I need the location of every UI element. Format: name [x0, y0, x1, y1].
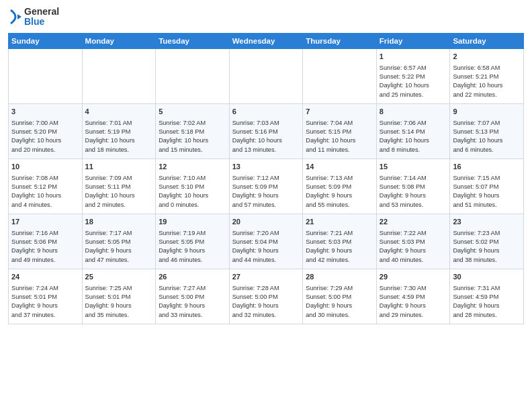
day-cell: 21Sunrise: 7:21 AM Sunset: 5:03 PM Dayli…	[303, 214, 377, 269]
svg-marker-0	[17, 14, 21, 19]
day-info: Sunrise: 7:02 AM Sunset: 5:18 PM Dayligh…	[159, 119, 226, 154]
day-cell: 27Sunrise: 7:28 AM Sunset: 5:00 PM Dayli…	[229, 269, 303, 324]
day-info: Sunrise: 7:22 AM Sunset: 5:03 PM Dayligh…	[380, 229, 447, 265]
day-number: 16	[453, 162, 521, 173]
day-number: 5	[159, 107, 226, 118]
day-number: 9	[453, 107, 521, 118]
header-tuesday: Tuesday	[156, 33, 230, 48]
day-info: Sunrise: 7:08 AM Sunset: 5:12 PM Dayligh…	[11, 174, 79, 210]
day-info: Sunrise: 7:31 AM Sunset: 4:59 PM Dayligh…	[453, 284, 521, 320]
calendar-container: GeneralBlue SundayMondayTuesdayWednesday…	[0, 0, 532, 330]
calendar-table: SundayMondayTuesdayWednesdayThursdayFrid…	[8, 33, 524, 324]
day-cell: 28Sunrise: 7:29 AM Sunset: 5:00 PM Dayli…	[303, 269, 377, 324]
day-number: 21	[306, 217, 373, 228]
day-cell: 18Sunrise: 7:17 AM Sunset: 5:05 PM Dayli…	[82, 214, 156, 269]
day-cell: 7Sunrise: 7:04 AM Sunset: 5:15 PM Daylig…	[303, 103, 377, 158]
day-number: 22	[380, 217, 447, 228]
day-number: 4	[85, 107, 153, 118]
day-info: Sunrise: 7:19 AM Sunset: 5:05 PM Dayligh…	[159, 229, 226, 265]
day-cell: 15Sunrise: 7:14 AM Sunset: 5:08 PM Dayli…	[376, 158, 450, 214]
day-cell	[156, 48, 230, 103]
week-row-1: 1Sunrise: 6:57 AM Sunset: 5:22 PM Daylig…	[9, 48, 524, 103]
day-cell: 26Sunrise: 7:27 AM Sunset: 5:00 PM Dayli…	[156, 269, 230, 324]
day-cell	[303, 48, 377, 103]
day-info: Sunrise: 6:57 AM Sunset: 5:22 PM Dayligh…	[380, 64, 447, 99]
day-cell: 24Sunrise: 7:24 AM Sunset: 5:01 PM Dayli…	[9, 269, 83, 324]
day-info: Sunrise: 7:09 AM Sunset: 5:11 PM Dayligh…	[85, 174, 153, 210]
header-wednesday: Wednesday	[229, 33, 303, 48]
day-info: Sunrise: 7:01 AM Sunset: 5:19 PM Dayligh…	[85, 119, 153, 154]
day-number: 12	[159, 162, 226, 173]
day-cell: 17Sunrise: 7:16 AM Sunset: 5:06 PM Dayli…	[9, 214, 83, 269]
day-cell: 30Sunrise: 7:31 AM Sunset: 4:59 PM Dayli…	[450, 269, 524, 324]
day-info: Sunrise: 7:10 AM Sunset: 5:10 PM Dayligh…	[159, 174, 226, 210]
day-cell: 8Sunrise: 7:06 AM Sunset: 5:14 PM Daylig…	[376, 103, 450, 158]
day-info: Sunrise: 7:04 AM Sunset: 5:15 PM Dayligh…	[306, 119, 373, 154]
day-info: Sunrise: 7:24 AM Sunset: 5:01 PM Dayligh…	[11, 284, 79, 320]
day-cell: 2Sunrise: 6:58 AM Sunset: 5:21 PM Daylig…	[450, 48, 524, 103]
day-number: 26	[159, 272, 226, 283]
day-cell: 14Sunrise: 7:13 AM Sunset: 5:09 PM Dayli…	[303, 158, 377, 214]
day-number: 20	[232, 217, 300, 228]
header-sunday: Sunday	[9, 33, 83, 48]
day-number: 28	[306, 272, 373, 283]
day-number: 24	[11, 272, 79, 283]
week-row-5: 24Sunrise: 7:24 AM Sunset: 5:01 PM Dayli…	[9, 269, 524, 324]
day-cell: 23Sunrise: 7:23 AM Sunset: 5:02 PM Dayli…	[450, 214, 524, 269]
day-info: Sunrise: 7:30 AM Sunset: 4:59 PM Dayligh…	[380, 284, 447, 320]
day-number: 2	[453, 52, 521, 62]
day-info: Sunrise: 7:14 AM Sunset: 5:08 PM Dayligh…	[380, 174, 447, 210]
day-cell: 10Sunrise: 7:08 AM Sunset: 5:12 PM Dayli…	[9, 158, 83, 214]
day-info: Sunrise: 7:03 AM Sunset: 5:16 PM Dayligh…	[232, 119, 300, 154]
day-cell	[82, 48, 156, 103]
day-number: 13	[232, 162, 300, 173]
day-cell: 29Sunrise: 7:30 AM Sunset: 4:59 PM Dayli…	[376, 269, 450, 324]
day-cell	[9, 48, 83, 103]
day-number: 6	[232, 107, 300, 118]
day-number: 23	[453, 217, 521, 228]
week-row-3: 10Sunrise: 7:08 AM Sunset: 5:12 PM Dayli…	[9, 158, 524, 214]
day-number: 29	[380, 272, 447, 283]
header: GeneralBlue	[8, 7, 524, 28]
week-row-2: 3Sunrise: 7:00 AM Sunset: 5:20 PM Daylig…	[9, 103, 524, 158]
day-info: Sunrise: 7:23 AM Sunset: 5:02 PM Dayligh…	[453, 229, 521, 265]
day-info: Sunrise: 7:12 AM Sunset: 5:09 PM Dayligh…	[232, 174, 300, 210]
header-thursday: Thursday	[303, 33, 377, 48]
day-info: Sunrise: 7:29 AM Sunset: 5:00 PM Dayligh…	[306, 284, 373, 320]
header-friday: Friday	[376, 33, 450, 48]
calendar-header-row: SundayMondayTuesdayWednesdayThursdayFrid…	[9, 33, 524, 48]
day-cell: 9Sunrise: 7:07 AM Sunset: 5:13 PM Daylig…	[450, 103, 524, 158]
day-cell: 25Sunrise: 7:25 AM Sunset: 5:01 PM Dayli…	[82, 269, 156, 324]
day-cell: 20Sunrise: 7:20 AM Sunset: 5:04 PM Dayli…	[229, 214, 303, 269]
day-info: Sunrise: 7:16 AM Sunset: 5:06 PM Dayligh…	[11, 229, 79, 265]
day-cell: 12Sunrise: 7:10 AM Sunset: 5:10 PM Dayli…	[156, 158, 230, 214]
day-cell: 16Sunrise: 7:15 AM Sunset: 5:07 PM Dayli…	[450, 158, 524, 214]
day-number: 11	[85, 162, 153, 173]
day-number: 10	[11, 162, 79, 173]
day-cell: 22Sunrise: 7:22 AM Sunset: 5:03 PM Dayli…	[376, 214, 450, 269]
day-info: Sunrise: 7:17 AM Sunset: 5:05 PM Dayligh…	[85, 229, 153, 265]
day-cell: 5Sunrise: 7:02 AM Sunset: 5:18 PM Daylig…	[156, 103, 230, 158]
day-cell	[229, 48, 303, 103]
day-number: 30	[453, 272, 521, 283]
header-monday: Monday	[82, 33, 156, 48]
day-info: Sunrise: 6:58 AM Sunset: 5:21 PM Dayligh…	[453, 64, 521, 99]
day-info: Sunrise: 7:06 AM Sunset: 5:14 PM Dayligh…	[380, 119, 447, 154]
day-number: 18	[85, 217, 153, 228]
logo: GeneralBlue	[8, 7, 59, 28]
day-number: 19	[159, 217, 226, 228]
day-cell: 11Sunrise: 7:09 AM Sunset: 5:11 PM Dayli…	[82, 158, 156, 214]
day-number: 15	[380, 162, 447, 173]
day-number: 17	[11, 217, 79, 228]
week-row-4: 17Sunrise: 7:16 AM Sunset: 5:06 PM Dayli…	[9, 214, 524, 269]
day-info: Sunrise: 7:21 AM Sunset: 5:03 PM Dayligh…	[306, 229, 373, 265]
day-cell: 13Sunrise: 7:12 AM Sunset: 5:09 PM Dayli…	[229, 158, 303, 214]
day-cell: 3Sunrise: 7:00 AM Sunset: 5:20 PM Daylig…	[9, 103, 83, 158]
day-number: 7	[306, 107, 373, 118]
day-info: Sunrise: 7:20 AM Sunset: 5:04 PM Dayligh…	[232, 229, 300, 265]
day-info: Sunrise: 7:07 AM Sunset: 5:13 PM Dayligh…	[453, 119, 521, 154]
day-number: 14	[306, 162, 373, 173]
day-info: Sunrise: 7:15 AM Sunset: 5:07 PM Dayligh…	[453, 174, 521, 210]
day-info: Sunrise: 7:13 AM Sunset: 5:09 PM Dayligh…	[306, 174, 373, 210]
day-cell: 1Sunrise: 6:57 AM Sunset: 5:22 PM Daylig…	[376, 48, 450, 103]
